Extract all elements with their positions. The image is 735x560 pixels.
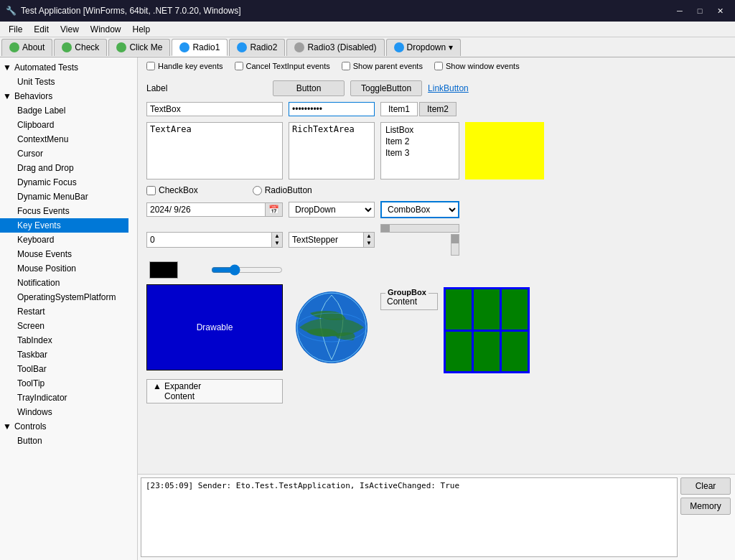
tab-check-icon bbox=[62, 42, 72, 52]
listbox-control: ListBox Item 2 Item 3 bbox=[380, 122, 459, 179]
datepicker-input[interactable] bbox=[147, 203, 265, 216]
sidebar-item-contextmenu[interactable]: ContextMenu bbox=[0, 132, 128, 146]
option-show-window[interactable]: Show window events bbox=[434, 62, 520, 70]
option-handle-key-label: Handle key events bbox=[158, 62, 223, 70]
datepicker-control: 📅 bbox=[146, 202, 283, 217]
grid-cell-4 bbox=[446, 332, 472, 372]
text-stepper-down[interactable]: ▼ bbox=[364, 240, 374, 247]
sidebar-item-cursor[interactable]: Cursor bbox=[0, 146, 128, 161]
sidebar-item-drag-and-drop[interactable]: Drag and Drop bbox=[0, 161, 128, 175]
sidebar-item-dynamic-menubar[interactable]: Dynamic MenuBar bbox=[0, 190, 128, 204]
clear-button[interactable]: Clear bbox=[680, 477, 731, 495]
text-stepper-up[interactable]: ▲ bbox=[364, 233, 374, 240]
sidebar-item-mouse-events[interactable]: Mouse Events bbox=[0, 247, 128, 261]
radio-input[interactable] bbox=[253, 186, 262, 195]
tab-check[interactable]: Check bbox=[54, 39, 107, 56]
textarea-control[interactable]: TextArea bbox=[146, 122, 283, 179]
sidebar-item-unit-tests[interactable]: Unit Tests bbox=[0, 75, 128, 89]
sidebar-item-os-platform[interactable]: OperatingSystemPlatform bbox=[0, 290, 128, 304]
togglebutton-control[interactable]: ToggleButton bbox=[350, 80, 422, 96]
globe-control bbox=[296, 291, 368, 363]
sidebar-group-behaviors[interactable]: ▼ Behaviors bbox=[0, 89, 128, 103]
title-bar-title: Test Application [WinForms, 64bit, .NET … bbox=[21, 6, 241, 16]
numeric-stepper-up[interactable]: ▲ bbox=[272, 233, 282, 240]
sidebar-group-automated-tests[interactable]: ▼ Automated Tests bbox=[0, 60, 128, 75]
sidebar-item-tray-indicator[interactable]: TrayIndicator bbox=[0, 391, 128, 405]
minimize-button[interactable]: ─ bbox=[670, 4, 689, 18]
tab-dropdown-label: Dropdown ▾ bbox=[407, 42, 453, 52]
numeric-stepper-down[interactable]: ▼ bbox=[272, 240, 282, 247]
tab-radio2[interactable]: Radio2 bbox=[229, 39, 285, 56]
checkbox-control[interactable]: CheckBox bbox=[146, 185, 198, 195]
text-stepper-input[interactable] bbox=[289, 233, 363, 246]
option-show-window-checkbox[interactable] bbox=[434, 62, 443, 70]
numeric-stepper-control: ▲ ▼ bbox=[146, 232, 283, 248]
sidebar-item-tabindex[interactable]: TabIndex bbox=[0, 333, 128, 347]
option-handle-key-checkbox[interactable] bbox=[146, 62, 155, 70]
sidebar-item-keyboard[interactable]: Keyboard bbox=[0, 233, 128, 247]
listbox-item-3[interactable]: Item 3 bbox=[384, 147, 456, 159]
memory-button[interactable]: Memory bbox=[680, 498, 731, 515]
passwordbox-control[interactable] bbox=[289, 102, 375, 116]
richtextarea-control[interactable]: RichTextArea bbox=[289, 122, 375, 179]
option-cancel-textinput[interactable]: Cancel TextInput events bbox=[235, 62, 330, 70]
dropdown-control[interactable]: DropDown bbox=[289, 202, 375, 218]
color-box-control[interactable] bbox=[149, 261, 178, 279]
combobox-control[interactable]: ComboBox bbox=[380, 201, 459, 218]
sidebar-item-toolbar[interactable]: ToolBar bbox=[0, 362, 128, 376]
sidebar-item-tooltip[interactable]: ToolTip bbox=[0, 376, 128, 391]
label-control: Label bbox=[146, 83, 189, 93]
sidebar-item-dynamic-focus[interactable]: Dynamic Focus bbox=[0, 175, 128, 190]
sidebar-item-screen[interactable]: Screen bbox=[0, 319, 128, 333]
sidebar-group-controls[interactable]: ▼ Controls bbox=[0, 419, 128, 434]
log-entry: [23:05:09] Sender: Eto.Test.TestApplicat… bbox=[146, 481, 459, 490]
slider-control[interactable] bbox=[211, 264, 283, 276]
tab-clickme[interactable]: Click Me bbox=[108, 39, 170, 56]
sidebar-item-button[interactable]: Button bbox=[0, 434, 128, 448]
tab-clickme-icon bbox=[116, 42, 126, 52]
close-button[interactable]: ✕ bbox=[711, 4, 729, 18]
option-handle-key[interactable]: Handle key events bbox=[146, 62, 223, 70]
grid-cell-3 bbox=[502, 289, 528, 330]
grid-cell-1 bbox=[446, 289, 472, 330]
sidebar-item-windows[interactable]: Windows bbox=[0, 405, 128, 419]
sidebar-item-mouse-position[interactable]: Mouse Position bbox=[0, 261, 128, 276]
menu-window[interactable]: Window bbox=[85, 23, 127, 36]
sidebar-item-clipboard[interactable]: Clipboard bbox=[0, 118, 128, 132]
textbox-control[interactable] bbox=[146, 102, 283, 116]
sidebar-item-badge-label[interactable]: Badge Label bbox=[0, 103, 128, 118]
menu-help[interactable]: Help bbox=[127, 23, 156, 36]
sidebar-item-taskbar[interactable]: Taskbar bbox=[0, 347, 128, 362]
option-show-parent-checkbox[interactable] bbox=[342, 62, 350, 70]
option-cancel-textinput-checkbox[interactable] bbox=[235, 62, 243, 70]
tab-about-icon bbox=[9, 42, 19, 52]
tab-dropdown[interactable]: Dropdown ▾ bbox=[386, 39, 461, 56]
expander-header[interactable]: ▲ Expander bbox=[153, 381, 276, 391]
menu-edit[interactable]: Edit bbox=[28, 23, 55, 36]
tab-item-2[interactable]: Item2 bbox=[419, 102, 457, 116]
menu-view[interactable]: View bbox=[55, 23, 85, 36]
tab-item-1[interactable]: Item1 bbox=[380, 102, 418, 116]
restore-button[interactable]: □ bbox=[690, 4, 709, 18]
tab-about[interactable]: About bbox=[1, 39, 52, 56]
checkbox-input[interactable] bbox=[146, 186, 156, 195]
tab-radio1[interactable]: Radio1 bbox=[172, 39, 228, 56]
sidebar-item-restart[interactable]: Restart bbox=[0, 304, 128, 319]
radiobutton-control[interactable]: RadioButton bbox=[253, 185, 312, 195]
listbox-item-2[interactable]: Item 2 bbox=[384, 136, 456, 147]
menu-file[interactable]: File bbox=[3, 23, 28, 36]
tab-dropdown-icon bbox=[394, 42, 404, 52]
sidebar-item-key-events[interactable]: Key Events bbox=[0, 218, 128, 233]
linkbutton-control[interactable]: LinkButton bbox=[428, 83, 469, 93]
option-show-parent[interactable]: Show parent events bbox=[342, 62, 423, 70]
datepicker-button[interactable]: 📅 bbox=[265, 203, 282, 216]
sidebar-item-notification[interactable]: Notification bbox=[0, 276, 128, 290]
scrollbar-v-top[interactable] bbox=[380, 224, 459, 233]
expander-control: ▲ Expander Content bbox=[146, 379, 283, 403]
scrollbar-v-right[interactable] bbox=[451, 234, 459, 256]
drawable-control[interactable]: Drawable bbox=[146, 284, 283, 370]
tab-radio3[interactable]: Radio3 (Disabled) bbox=[286, 39, 384, 56]
numeric-stepper-input[interactable] bbox=[147, 233, 271, 246]
sidebar-item-focus-events[interactable]: Focus Events bbox=[0, 204, 128, 218]
button-control[interactable]: Button bbox=[273, 80, 345, 96]
